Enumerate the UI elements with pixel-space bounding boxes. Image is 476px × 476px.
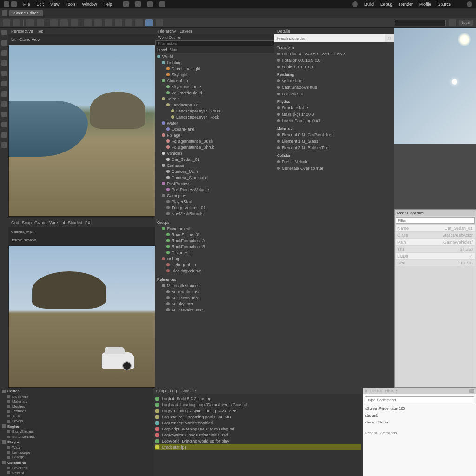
tab-scene-editor[interactable]: Scene Editor [9,10,43,16]
toolbar-icon[interactable] [159,1,165,7]
details-row[interactable]: Mass (kg) 1420.0 [277,112,391,117]
viewport-preview[interactable] [8,245,155,388]
project-icon[interactable] [11,1,17,7]
outliner-item[interactable]: DistantHills [157,250,272,255]
app-icon[interactable] [4,1,9,7]
outliner-item[interactable]: PostProcessVolume [157,187,272,192]
details-row[interactable]: Visible true [277,78,391,83]
menu-file[interactable]: File [23,2,30,7]
settings-icon[interactable] [449,19,456,26]
redo-button[interactable] [37,19,44,26]
properties-search-input[interactable] [396,217,475,224]
outliner-item[interactable]: Environment [157,226,272,231]
coord-mode-button[interactable]: Local [459,20,473,26]
outliner-item[interactable]: Landscape_01 [157,102,272,107]
details-section[interactable]: Rendering [277,73,391,77]
outliner-item[interactable]: LandscapeLayer_Grass [157,108,272,113]
outliner-item[interactable]: M_CarPaint_Inst [157,307,272,312]
details-row[interactable]: Element 1 M_Glass [277,139,391,144]
details-row[interactable]: Linear Damping 0.01 [277,118,391,123]
outliner-item[interactable]: OceanPlane [157,126,272,132]
save-button[interactable] [13,19,20,26]
light-mode-button[interactable] [156,19,163,26]
cb-item[interactable]: BasicShapes [2,430,152,434]
outliner-item[interactable]: Terrain [157,96,272,101]
details-body[interactable]: TransformLocation X 1240.5 Y -320.1 Z 85… [274,42,394,388]
outliner-item[interactable]: Foliage [157,132,272,138]
outliner-item[interactable]: Car_Sedan_01 [157,157,272,162]
search-clear-icon[interactable]: ◎ [385,34,394,42]
details-row[interactable]: Rotation 0.0 12.5 0.0 [277,58,391,63]
outliner-item[interactable]: Lighting [157,60,272,65]
content-browser[interactable]: ContentBlueprintsMaterialsMeshesTextures… [0,388,153,476]
cb-item[interactable]: Levels [2,419,152,423]
move-tool-icon[interactable] [1,40,7,46]
details-row[interactable]: Cast Shadows true [277,85,391,90]
cb-item[interactable]: Textures [2,409,152,414]
outliner-item[interactable]: NavMeshBounds [157,211,272,216]
log-row[interactable]: LogScript: Warning BP_Car missing ref [155,426,361,431]
log-tab-console[interactable]: Console [181,389,196,393]
outliner-item[interactable]: M_Terrain_Inst [157,289,272,294]
inspector-settings-icon[interactable] [469,389,474,393]
menu-build[interactable]: Build [364,2,374,7]
property-row[interactable]: ClassStaticMeshActor [396,232,475,238]
outliner-item[interactable]: TriggerVolume_01 [157,205,272,210]
terrain-tool-icon[interactable] [1,81,7,86]
nav-tool-icon[interactable] [1,132,7,138]
log-row[interactable]: LogLoad: Loading map /Game/Levels/Coasta… [155,402,361,407]
inspector-row[interactable]: stat unit [365,413,474,417]
details-row[interactable]: LOD Bias 0 [277,91,391,96]
outliner-tab-layers[interactable]: Layers [180,29,192,33]
rotate-tool-icon[interactable] [1,50,7,56]
details-section[interactable]: Collision [277,153,391,158]
cb-section[interactable]: Collections [2,460,152,465]
snap-button[interactable] [125,19,132,26]
vp-btn-snap[interactable]: Snap [22,220,32,225]
outliner-item[interactable]: RockFormation_A [157,238,272,243]
inspector-row[interactable]: show collision [365,420,474,424]
grid-button[interactable] [135,19,143,26]
outliner-item[interactable]: Cameras [157,163,272,168]
command-input[interactable] [365,396,474,403]
details-row[interactable]: Simulate false [277,105,391,110]
sync-icon[interactable] [467,1,472,7]
menu-render[interactable]: Render [399,2,413,7]
sky-preview[interactable] [394,28,476,144]
menu-help[interactable]: Help [103,2,112,7]
cb-item[interactable]: Blueprints [2,394,152,399]
details-tab[interactable]: Details [277,29,290,33]
details-section[interactable]: Physics [277,99,391,104]
details-row[interactable]: Generate Overlap true [277,165,391,171]
vp-btn-fx[interactable]: FX [85,220,91,225]
log-row[interactable]: LogWorld: Bringing world up for play [155,438,361,443]
select-tool-button[interactable] [84,19,92,26]
outliner-item[interactable]: Gameplay [157,193,272,198]
outliner-item[interactable]: M_Ocean_Inst [157,295,272,300]
outliner-item[interactable]: Atmosphere [157,78,272,83]
scale-tool-icon[interactable] [1,60,7,66]
camera-tool-icon[interactable] [1,112,7,117]
details-row[interactable]: Preset Vehicle [277,159,391,164]
log-row[interactable]: LogRender: Nanite enabled [155,420,361,425]
play-button[interactable] [50,19,58,26]
outliner-item[interactable]: Debug [157,256,272,261]
brush-tool-icon[interactable] [1,71,7,76]
cb-item[interactable]: Audio [2,414,152,419]
pause-button[interactable] [60,19,68,26]
cb-section[interactable]: Engine [2,424,152,429]
minimap-panel[interactable] [394,144,476,209]
cb-item[interactable]: Recent [2,470,152,475]
toolbar-icon[interactable] [147,1,153,7]
outliner-item[interactable]: MaterialInstances [157,283,272,288]
property-row[interactable]: Tris24,518 [396,246,475,252]
rotate-tool-button[interactable] [105,19,112,26]
open-button[interactable] [3,19,10,26]
vp-btn-wire[interactable]: Wire [49,220,58,225]
menu-profile[interactable]: Profile [419,2,431,7]
vp-tab-perspective[interactable]: Perspective [11,29,33,33]
outliner-item[interactable]: PostProcess [157,181,272,186]
camera-mode-button[interactable] [145,19,153,26]
details-search-input[interactable] [274,34,385,42]
log-row[interactable]: Cmd: stat fps [155,444,361,450]
